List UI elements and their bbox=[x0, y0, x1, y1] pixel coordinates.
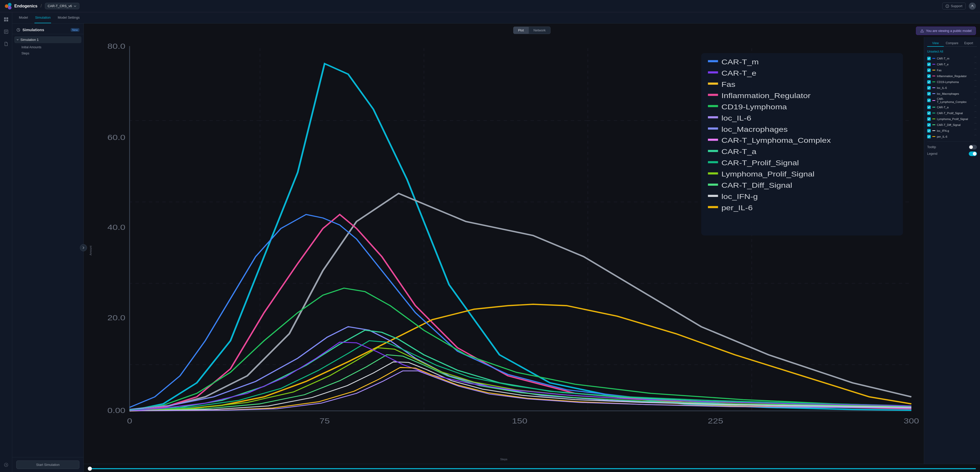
legend-item: loc_IL-6 ⌒ bbox=[927, 85, 977, 91]
right-tab-export[interactable]: Export bbox=[960, 40, 977, 47]
y-axis-label: Amount bbox=[89, 246, 92, 255]
model-name: CAR-T_CRS_v6 bbox=[48, 4, 72, 8]
svg-text:CAR-T_Prolif_Signal: CAR-T_Prolif_Signal bbox=[721, 159, 799, 167]
svg-text:loc_IL-6: loc_IL-6 bbox=[721, 114, 751, 122]
legend-checkbox[interactable] bbox=[927, 105, 931, 109]
user-avatar[interactable] bbox=[969, 3, 976, 10]
svg-point-1 bbox=[8, 3, 11, 6]
legend-checkbox[interactable] bbox=[927, 129, 931, 132]
svg-point-2 bbox=[8, 6, 11, 10]
top-navigation: Endogenics / CAR-T_CRS_v6 ? Support bbox=[0, 0, 980, 12]
steps-item[interactable]: Steps bbox=[14, 50, 81, 56]
legend-item-label: loc_IL-6 bbox=[937, 86, 972, 89]
legend-checkbox[interactable] bbox=[927, 92, 931, 96]
legend-checkbox[interactable] bbox=[927, 99, 931, 102]
svg-text:300: 300 bbox=[904, 416, 919, 425]
legend-pin-icon[interactable]: ⌒ bbox=[974, 56, 977, 61]
legend-toggle[interactable] bbox=[969, 151, 977, 156]
right-tab-view[interactable]: View bbox=[927, 40, 944, 47]
legend-pin-icon[interactable]: ⌒ bbox=[974, 111, 977, 115]
sidebar-icon-document[interactable] bbox=[2, 40, 10, 48]
sidebar-icon-grid[interactable] bbox=[2, 15, 10, 24]
svg-rect-41 bbox=[708, 116, 718, 118]
svg-text:40.0: 40.0 bbox=[107, 223, 125, 232]
right-tab-compare[interactable]: Compare bbox=[944, 40, 960, 47]
svg-text:loc_IFN-g: loc_IFN-g bbox=[721, 193, 758, 201]
support-button[interactable]: ? Support bbox=[942, 3, 966, 10]
legend-checkbox[interactable] bbox=[927, 135, 931, 139]
tab-model[interactable]: Model bbox=[18, 12, 28, 23]
legend-color-swatch bbox=[932, 76, 935, 77]
tooltip-toggle[interactable] bbox=[969, 145, 977, 150]
legend-pin-icon[interactable]: ⌒ bbox=[974, 98, 977, 103]
chart-area[interactable]: Amount Steps bbox=[84, 37, 924, 464]
chart-toggle: Plot Network bbox=[84, 27, 980, 34]
legend-items-list: CAR-T_m ⌒ CAR-T_e ⌒ Fas ⌒ Inflammation_R… bbox=[927, 56, 977, 139]
legend-checkbox[interactable] bbox=[927, 74, 931, 78]
legend-item: per_IL-6 ⌒ bbox=[927, 134, 977, 139]
unselect-all-button[interactable]: Unselect All bbox=[927, 50, 977, 53]
tab-simulation[interactable]: Simulation bbox=[35, 12, 51, 23]
start-simulation-button[interactable]: Start Simulation bbox=[16, 461, 80, 469]
svg-text:Fas: Fas bbox=[721, 80, 735, 88]
svg-rect-45 bbox=[708, 139, 718, 141]
legend-checkbox[interactable] bbox=[927, 80, 931, 84]
svg-text:loc_Macrophages: loc_Macrophages bbox=[721, 125, 788, 133]
range-slider[interactable] bbox=[88, 468, 976, 469]
legend-item-label: CAR-T_e bbox=[937, 63, 972, 66]
legend-pin-icon[interactable]: ⌒ bbox=[974, 129, 977, 133]
svg-text:Lymphoma_Prolif_Signal: Lymphoma_Prolif_Signal bbox=[721, 171, 815, 178]
legend-item-label: loc_Macrophages bbox=[937, 92, 972, 95]
legend-toggle-row: Legend bbox=[927, 150, 977, 157]
svg-text:80.0: 80.0 bbox=[107, 42, 125, 51]
legend-item: CAR-T_Prolif_Signal ⌒ bbox=[927, 110, 977, 116]
right-tabs: View Compare Export bbox=[927, 40, 977, 47]
legend-item-label: CAR-T_a bbox=[937, 106, 972, 109]
svg-rect-43 bbox=[708, 128, 718, 129]
panel-bottom: Start Simulation bbox=[12, 457, 83, 472]
legend-pin-icon[interactable]: ⌒ bbox=[974, 91, 977, 96]
legend-checkbox[interactable] bbox=[927, 123, 931, 127]
legend-item: CAR-T_e ⌒ bbox=[927, 61, 977, 67]
legend-item: CAR-T_Lymphoma_Complex ⌒ bbox=[927, 97, 977, 104]
svg-text:CAR-T_m: CAR-T_m bbox=[721, 58, 759, 65]
sidebar-icon-arrow-right[interactable] bbox=[2, 461, 10, 469]
svg-text:75: 75 bbox=[320, 416, 330, 425]
svg-point-0 bbox=[5, 4, 8, 8]
legend-pin-icon[interactable]: ⌒ bbox=[974, 62, 977, 66]
legend-pin-icon[interactable]: ⌒ bbox=[974, 105, 977, 109]
logo-icon bbox=[4, 2, 12, 10]
network-toggle-button[interactable]: Network bbox=[528, 27, 550, 34]
legend-item: CAR-T_Diff_Signal ⌒ bbox=[927, 122, 977, 128]
legend-item: CAR-T_m ⌒ bbox=[927, 56, 977, 61]
legend-pin-icon[interactable]: ⌒ bbox=[974, 68, 977, 72]
legend-pin-icon[interactable]: ⌒ bbox=[974, 80, 977, 84]
model-selector[interactable]: CAR-T_CRS_v6 bbox=[45, 3, 80, 9]
legend-color-swatch bbox=[932, 87, 935, 88]
legend-pin-icon[interactable]: ⌒ bbox=[974, 74, 977, 78]
legend-pin-icon[interactable]: ⌒ bbox=[974, 123, 977, 127]
plot-toggle-button[interactable]: Plot bbox=[513, 27, 528, 34]
initial-amounts-item[interactable]: Initial Amounts bbox=[14, 44, 81, 50]
legend-checkbox[interactable] bbox=[927, 57, 931, 60]
simulation-1-item[interactable]: Simulation 1 bbox=[14, 36, 81, 43]
breadcrumb-separator: / bbox=[41, 3, 42, 9]
legend-item-label: CAR-T_Prolif_Signal bbox=[937, 112, 972, 115]
chevron-down-icon bbox=[73, 5, 76, 8]
legend-checkbox[interactable] bbox=[927, 112, 931, 115]
legend-checkbox[interactable] bbox=[927, 62, 931, 66]
tab-model-settings[interactable]: Model Settings bbox=[57, 12, 80, 23]
legend-pin-icon[interactable]: ⌒ bbox=[974, 86, 977, 90]
legend-item: Fas ⌒ bbox=[927, 67, 977, 73]
legend-pin-icon[interactable]: ⌒ bbox=[974, 117, 977, 121]
new-badge[interactable]: New bbox=[71, 28, 80, 32]
legend-checkbox[interactable] bbox=[927, 86, 931, 90]
collapse-panel-button[interactable] bbox=[80, 244, 87, 251]
legend-checkbox[interactable] bbox=[927, 69, 931, 72]
legend-checkbox[interactable] bbox=[927, 117, 931, 121]
legend-item: loc_IFN-g ⌒ bbox=[927, 128, 977, 134]
sidebar-icon-book[interactable] bbox=[2, 27, 10, 36]
legend-pin-icon[interactable]: ⌒ bbox=[974, 134, 977, 139]
svg-rect-39 bbox=[708, 105, 718, 107]
page-tabs: Model Simulation Model Settings bbox=[12, 12, 980, 24]
